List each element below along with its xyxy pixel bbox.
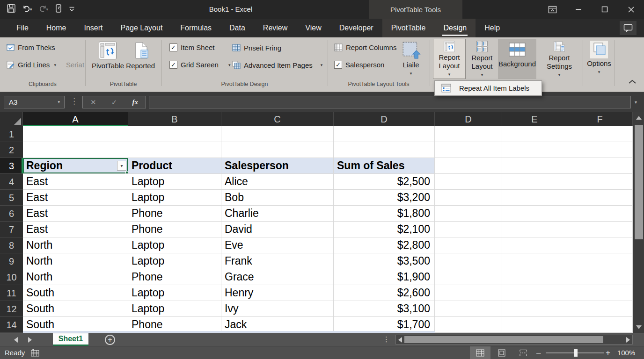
- cell-f3[interactable]: [567, 158, 633, 174]
- zoom-slider-handle[interactable]: [574, 349, 578, 357]
- report-layout-button-1[interactable]: Report Layout ▾: [433, 39, 466, 79]
- vertical-scrollbar-thumb[interactable]: [635, 125, 643, 239]
- tab-file[interactable]: File: [7, 19, 37, 37]
- cell-d6[interactable]: $1,800: [334, 206, 435, 222]
- cell-b5[interactable]: Laptop: [128, 190, 221, 206]
- grid-sareen-checkbox[interactable]: ✓ Grid Sareen ▾: [169, 61, 230, 69]
- tab-view[interactable]: View: [296, 19, 330, 37]
- cell-f9[interactable]: [567, 253, 633, 269]
- row-header-11[interactable]: 11: [0, 285, 23, 301]
- report-layout-button-2[interactable]: Report Layout ▾: [467, 39, 498, 79]
- qat-customize-icon[interactable]: [69, 5, 75, 14]
- sheet-tab-sheet1[interactable]: Sheet1: [53, 333, 88, 346]
- cell-a3[interactable]: Region▾: [23, 158, 128, 174]
- cell-b4[interactable]: Laptop: [128, 174, 221, 190]
- cell-d9[interactable]: [435, 253, 502, 269]
- row-header-3[interactable]: 3: [0, 158, 23, 174]
- cell-a4[interactable]: East: [23, 174, 128, 190]
- cell-e14[interactable]: [502, 317, 567, 333]
- cell-c3[interactable]: Salesperson: [221, 158, 334, 174]
- cell-e11[interactable]: [502, 285, 567, 301]
- pnseit-fring-button[interactable]: Pnseit Fring: [232, 43, 281, 52]
- cell-d7[interactable]: [435, 222, 502, 237]
- next-sheet-button[interactable]: [25, 337, 35, 343]
- cell-d9[interactable]: $3,500: [334, 253, 435, 269]
- cell-d4[interactable]: [435, 174, 502, 190]
- cell-d5[interactable]: [435, 190, 502, 206]
- cell-a2[interactable]: [23, 142, 128, 158]
- cell-d3[interactable]: [435, 158, 502, 174]
- grid-lines-button[interactable]: Grid Lines ▾ Seriat: [7, 61, 84, 69]
- cell-d14[interactable]: [435, 317, 502, 333]
- column-header-e-5[interactable]: E: [502, 112, 567, 126]
- cell-a8[interactable]: North: [23, 237, 128, 253]
- cell-d4[interactable]: $2,500: [334, 174, 435, 190]
- tab-home[interactable]: Home: [37, 19, 75, 37]
- row-header-5[interactable]: 5: [0, 190, 23, 206]
- formula-input[interactable]: [149, 96, 631, 108]
- cell-f6[interactable]: [567, 206, 633, 222]
- column-header-c-2[interactable]: C: [221, 112, 334, 126]
- cell-d12[interactable]: [435, 301, 502, 317]
- select-all-button[interactable]: [0, 112, 23, 126]
- scroll-right-button[interactable]: [625, 337, 631, 343]
- name-box[interactable]: A3 ▾: [4, 96, 65, 108]
- column-header-d-3[interactable]: D: [334, 112, 435, 126]
- previous-sheet-button[interactable]: [11, 337, 21, 343]
- cell-d2[interactable]: [334, 142, 435, 158]
- tab-pivottable[interactable]: PivotTable: [382, 19, 435, 37]
- cell-a14[interactable]: South: [23, 317, 128, 333]
- save-icon[interactable]: [7, 4, 16, 15]
- cell-b14[interactable]: Phone: [128, 317, 221, 333]
- cancel-icon[interactable]: ✕: [90, 98, 96, 107]
- scroll-left-button[interactable]: [397, 337, 403, 343]
- cell-c4[interactable]: Alice: [221, 174, 334, 190]
- cell-a7[interactable]: East: [23, 222, 128, 237]
- cell-b2[interactable]: [128, 142, 221, 158]
- new-sheet-button[interactable]: +: [105, 335, 115, 345]
- cell-d1[interactable]: [435, 126, 502, 142]
- cell-e10[interactable]: [502, 269, 567, 285]
- cell-b3[interactable]: Product: [128, 158, 221, 174]
- cell-b9[interactable]: Laptop: [128, 253, 221, 269]
- formula-bar-handle[interactable]: ⋮: [70, 96, 78, 106]
- cell-f1[interactable]: [567, 126, 633, 142]
- insert-function-icon[interactable]: fx: [132, 98, 138, 106]
- options-button[interactable]: Options ▾: [584, 39, 614, 79]
- cell-d3[interactable]: Sum of Sales: [334, 158, 435, 174]
- chevron-down-icon[interactable]: ▾: [30, 7, 32, 12]
- cell-c8[interactable]: Eve: [221, 237, 334, 253]
- cell-c11[interactable]: Henry: [221, 285, 334, 301]
- maximize-button[interactable]: [592, 0, 618, 19]
- cell-f8[interactable]: [567, 237, 633, 253]
- cell-d12[interactable]: $3,100: [334, 301, 435, 317]
- tab-scrollbar-divider[interactable]: ⋮: [383, 335, 390, 344]
- row-header-9[interactable]: 9: [0, 253, 23, 269]
- salesperson-checkbox[interactable]: ✓ Salesperson: [334, 61, 384, 69]
- cell-f5[interactable]: [567, 190, 633, 206]
- cell-e9[interactable]: [502, 253, 567, 269]
- cell-c6[interactable]: Charlie: [221, 206, 334, 222]
- from-theks-button[interactable]: From Theks: [7, 43, 55, 51]
- cell-e3[interactable]: [502, 158, 567, 174]
- scroll-down-button[interactable]: [633, 322, 644, 333]
- cell-d11[interactable]: [435, 285, 502, 301]
- cell-d6[interactable]: [435, 206, 502, 222]
- cell-c2[interactable]: [221, 142, 334, 158]
- tab-insert[interactable]: Insert: [75, 19, 111, 37]
- cell-d14[interactable]: $1,700: [334, 317, 435, 333]
- cell-d10[interactable]: $1,900: [334, 269, 435, 285]
- cell-e6[interactable]: [502, 206, 567, 222]
- cell-e2[interactable]: [502, 142, 567, 158]
- cell-c10[interactable]: Grace: [221, 269, 334, 285]
- column-header-d-4[interactable]: D: [435, 112, 502, 126]
- cell-c1[interactable]: [221, 126, 334, 142]
- cell-e8[interactable]: [502, 237, 567, 253]
- cell-e1[interactable]: [502, 126, 567, 142]
- cell-f7[interactable]: [567, 222, 633, 237]
- macro-record-button[interactable]: [31, 349, 40, 359]
- minimize-button[interactable]: [565, 0, 592, 19]
- row-header-12[interactable]: 12: [0, 301, 23, 317]
- cell-d10[interactable]: [435, 269, 502, 285]
- page-layout-view-button[interactable]: [491, 346, 512, 359]
